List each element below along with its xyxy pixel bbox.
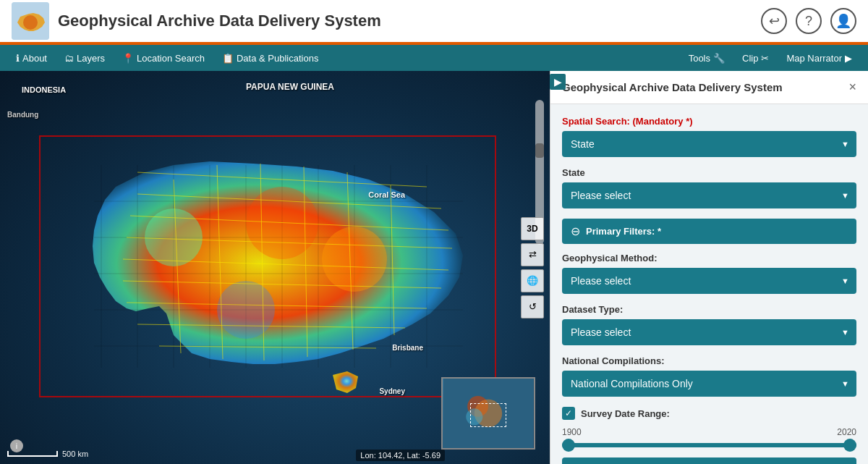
range-labels: 1900 2020 bbox=[562, 427, 856, 437]
nav-about[interactable]: ℹ About bbox=[9, 50, 54, 67]
panel-header: Geophysical Archive Data Delivery System… bbox=[550, 71, 868, 104]
panel-close-button[interactable]: × bbox=[848, 80, 856, 95]
spatial-search-group: Spatial Search: (Mandatory *) State bbox=[562, 116, 856, 157]
primary-filters-icon: ⊖ bbox=[571, 224, 580, 238]
svg-point-21 bbox=[322, 227, 387, 292]
geophysical-method-label: Geophysical Method: bbox=[562, 253, 856, 263]
3d-label: 3D bbox=[527, 224, 537, 234]
mini-map bbox=[441, 377, 535, 450]
dataset-type-wrapper: Please select bbox=[562, 319, 856, 345]
date-range-container: 1900 2020 bbox=[562, 424, 856, 447]
range-thumb-min[interactable] bbox=[562, 439, 575, 452]
geophysical-method-group: Geophysical Method: Please select bbox=[562, 253, 856, 294]
national-compilations-group: National Compilations: National Compilat… bbox=[562, 355, 856, 397]
range-max-label: 2020 bbox=[837, 427, 856, 437]
app-header: Geophysical Archive Data Delivery System… bbox=[0, 0, 868, 45]
state-select-wrapper: Please select bbox=[562, 182, 856, 208]
state-label: State bbox=[562, 167, 856, 178]
optional-filters-section[interactable]: ⊕ Optional Filters bbox=[562, 457, 856, 464]
map-rotate-button[interactable]: ↺ bbox=[521, 295, 544, 319]
publications-icon: 📋 bbox=[222, 53, 234, 64]
layers-icon: 🗂 bbox=[64, 53, 74, 64]
spatial-search-wrapper: State bbox=[562, 131, 856, 157]
nav-layers-label: Layers bbox=[77, 53, 105, 64]
survey-date-row: ✓ Survey Date Range: bbox=[562, 407, 856, 420]
svg-point-19 bbox=[145, 208, 203, 266]
map-container[interactable]: INDONESIA Bandung PAPUA NEW GUINEA Coral… bbox=[0, 71, 550, 464]
mini-map-inner bbox=[443, 379, 534, 448]
mini-map-viewport bbox=[470, 403, 506, 428]
primary-filters-label: Primary Filters: * bbox=[586, 226, 661, 237]
app-logo bbox=[12, 2, 49, 40]
panel-content: Spatial Search: (Mandatory *) State Stat… bbox=[550, 104, 868, 464]
tools-icon: 🔧 bbox=[713, 53, 725, 64]
state-group: State Please select bbox=[562, 167, 856, 208]
narrator-icon: ▶ bbox=[845, 53, 852, 64]
nav-map-narrator[interactable]: Map Narrator ▶ bbox=[779, 50, 859, 67]
dataset-type-select[interactable]: Please select bbox=[562, 319, 856, 345]
map-globe-button[interactable]: 🌐 bbox=[521, 269, 544, 292]
svg-point-22 bbox=[217, 281, 275, 339]
spatial-search-select[interactable]: State bbox=[562, 131, 856, 157]
narrator-label: Map Narrator bbox=[786, 53, 842, 64]
national-compilations-wrapper: National Compilations Only bbox=[562, 371, 856, 397]
range-track bbox=[562, 443, 856, 447]
survey-date-checkbox[interactable]: ✓ bbox=[562, 407, 575, 420]
clip-label: Clip bbox=[742, 53, 758, 64]
right-panel: Geophysical Archive Data Delivery System… bbox=[550, 71, 868, 464]
nav-left: ℹ About 🗂 Layers 📍 Location Search 📋 Dat… bbox=[9, 50, 326, 67]
info-button[interactable]: i bbox=[10, 439, 23, 452]
scale-text: 500 km bbox=[62, 450, 88, 458]
app-title: Geophysical Archive Data Delivery System bbox=[58, 12, 381, 30]
dataset-type-label: Dataset Type: bbox=[562, 304, 856, 315]
dataset-type-group: Dataset Type: Please select bbox=[562, 304, 856, 345]
help-icon[interactable]: ? bbox=[796, 8, 822, 34]
header-left: Geophysical Archive Data Delivery System bbox=[12, 2, 381, 40]
range-fill bbox=[562, 443, 856, 447]
navbar: ℹ About 🗂 Layers 📍 Location Search 📋 Dat… bbox=[0, 45, 868, 71]
range-min-label: 1900 bbox=[562, 427, 582, 437]
state-select[interactable]: Please select bbox=[562, 182, 856, 208]
nav-clip[interactable]: Clip ✂ bbox=[735, 50, 776, 67]
survey-date-label: Survey Date Range: bbox=[581, 408, 670, 419]
clip-icon: ✂ bbox=[761, 53, 769, 64]
map-split-button[interactable]: ⇄ bbox=[521, 243, 544, 266]
national-compilations-label: National Compilations: bbox=[562, 355, 856, 366]
nav-data-publications[interactable]: 📋 Data & Publications bbox=[215, 50, 326, 67]
panel-expand-arrow[interactable]: ▶ bbox=[550, 74, 566, 90]
about-icon: ℹ bbox=[16, 53, 20, 64]
app-body: INDONESIA Bandung PAPUA NEW GUINEA Coral… bbox=[0, 71, 868, 464]
primary-filters-header[interactable]: ⊖ Primary Filters: * bbox=[562, 219, 856, 244]
location-icon: 📍 bbox=[122, 53, 134, 64]
nav-location-search[interactable]: 📍 Location Search bbox=[115, 50, 212, 67]
nav-about-label: About bbox=[22, 53, 47, 64]
panel-title: Geophysical Archive Data Delivery System bbox=[562, 81, 783, 93]
map-3d-button[interactable]: 3D bbox=[521, 217, 544, 240]
survey-date-group: ✓ Survey Date Range: 1900 2020 bbox=[562, 407, 856, 447]
nav-location-label: Location Search bbox=[137, 53, 205, 64]
scale-bar: i 500 km bbox=[7, 450, 88, 458]
nav-data-label: Data & Publications bbox=[237, 53, 318, 64]
back-icon[interactable]: ↩ bbox=[761, 8, 787, 34]
svg-point-2 bbox=[23, 15, 38, 30]
svg-point-20 bbox=[246, 187, 318, 259]
geophysical-method-wrapper: Please select bbox=[562, 268, 856, 294]
geophysical-method-select[interactable]: Please select bbox=[562, 268, 856, 294]
national-compilations-select[interactable]: National Compilations Only bbox=[562, 371, 856, 397]
australia-map bbox=[29, 129, 506, 404]
tools-label: Tools bbox=[689, 53, 710, 64]
nav-tools[interactable]: Tools 🔧 bbox=[681, 50, 732, 67]
map-controls: 3D ⇄ 🌐 ↺ bbox=[521, 217, 544, 319]
nav-layers[interactable]: 🗂 Layers bbox=[57, 50, 112, 67]
map-coordinates: Lon: 104.42, Lat: -5.69 bbox=[356, 450, 445, 461]
user-icon[interactable]: 👤 bbox=[830, 8, 856, 34]
range-thumb-max[interactable] bbox=[843, 439, 856, 452]
zoom-handle[interactable] bbox=[535, 143, 544, 158]
nav-right: Tools 🔧 Clip ✂ Map Narrator ▶ bbox=[681, 50, 859, 67]
header-icons: ↩ ? 👤 bbox=[761, 8, 856, 34]
spatial-search-label: Spatial Search: (Mandatory *) bbox=[562, 116, 856, 127]
